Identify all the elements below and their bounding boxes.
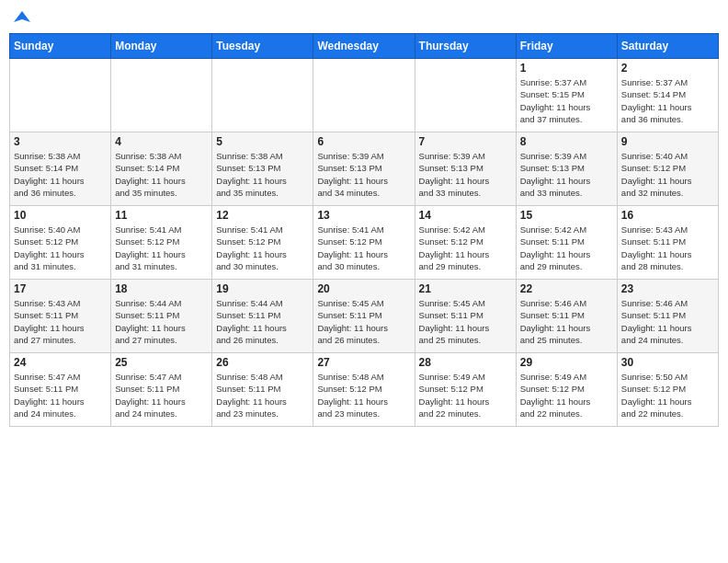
calendar-cell: 5Sunrise: 5:38 AM Sunset: 5:13 PM Daylig… [212,132,313,206]
day-info: Sunrise: 5:50 AM Sunset: 5:12 PM Dayligh… [621,371,714,419]
day-number: 29 [520,356,613,369]
day-info: Sunrise: 5:40 AM Sunset: 5:12 PM Dayligh… [621,150,714,199]
calendar-cell: 14Sunrise: 5:42 AM Sunset: 5:12 PM Dayli… [415,206,516,280]
calendar-cell: 12Sunrise: 5:41 AM Sunset: 5:12 PM Dayli… [212,206,313,280]
day-info: Sunrise: 5:48 AM Sunset: 5:12 PM Dayligh… [317,371,410,419]
day-number: 27 [317,356,410,369]
calendar-cell: 10Sunrise: 5:40 AM Sunset: 5:12 PM Dayli… [10,206,111,280]
calendar-cell: 26Sunrise: 5:48 AM Sunset: 5:11 PM Dayli… [212,353,313,427]
weekday-header-sunday: Sunday [10,34,111,59]
day-info: Sunrise: 5:42 AM Sunset: 5:11 PM Dayligh… [520,224,613,272]
day-number: 9 [621,135,714,148]
calendar-table: SundayMondayTuesdayWednesdayThursdayFrid… [9,33,719,427]
day-number: 28 [419,356,512,369]
weekday-header-saturday: Saturday [617,34,718,59]
day-info: Sunrise: 5:48 AM Sunset: 5:11 PM Dayligh… [216,371,309,419]
calendar-cell: 18Sunrise: 5:44 AM Sunset: 5:11 PM Dayli… [111,280,212,353]
day-number: 25 [115,356,208,369]
calendar-cell: 16Sunrise: 5:43 AM Sunset: 5:11 PM Dayli… [617,206,718,280]
day-number: 8 [520,135,613,148]
page-header [9,9,719,26]
svg-marker-0 [14,11,30,22]
day-number: 16 [621,209,714,222]
day-info: Sunrise: 5:49 AM Sunset: 5:12 PM Dayligh… [419,371,512,419]
calendar-cell: 11Sunrise: 5:41 AM Sunset: 5:12 PM Dayli… [111,206,212,280]
logo [13,9,30,26]
day-info: Sunrise: 5:44 AM Sunset: 5:11 PM Dayligh… [115,297,208,346]
day-info: Sunrise: 5:43 AM Sunset: 5:11 PM Dayligh… [14,297,107,346]
day-number: 6 [317,135,410,148]
weekday-header-wednesday: Wednesday [313,34,415,59]
day-info: Sunrise: 5:38 AM Sunset: 5:14 PM Dayligh… [115,150,208,199]
calendar-cell: 2Sunrise: 5:37 AM Sunset: 5:14 PM Daylig… [617,59,718,132]
calendar-cell: 24Sunrise: 5:47 AM Sunset: 5:11 PM Dayli… [10,353,111,427]
day-number: 24 [14,356,107,369]
calendar-cell: 7Sunrise: 5:39 AM Sunset: 5:13 PM Daylig… [415,132,516,206]
day-info: Sunrise: 5:47 AM Sunset: 5:11 PM Dayligh… [115,371,208,419]
day-number: 22 [520,282,613,295]
calendar-cell: 23Sunrise: 5:46 AM Sunset: 5:11 PM Dayli… [617,280,718,353]
calendar-cell: 28Sunrise: 5:49 AM Sunset: 5:12 PM Dayli… [415,353,516,427]
calendar-cell: 27Sunrise: 5:48 AM Sunset: 5:12 PM Dayli… [313,353,415,427]
day-number: 17 [14,282,107,295]
day-number: 23 [621,282,714,295]
calendar-cell: 19Sunrise: 5:44 AM Sunset: 5:11 PM Dayli… [212,280,313,353]
day-info: Sunrise: 5:46 AM Sunset: 5:11 PM Dayligh… [621,297,714,346]
calendar-cell: 9Sunrise: 5:40 AM Sunset: 5:12 PM Daylig… [617,132,718,206]
day-number: 15 [520,209,613,222]
calendar-cell [415,59,516,132]
calendar-week-row: 10Sunrise: 5:40 AM Sunset: 5:12 PM Dayli… [10,206,719,280]
day-number: 18 [115,282,208,295]
day-info: Sunrise: 5:38 AM Sunset: 5:14 PM Dayligh… [14,150,107,199]
day-number: 3 [14,135,107,148]
day-info: Sunrise: 5:39 AM Sunset: 5:13 PM Dayligh… [419,150,512,199]
calendar-week-row: 3Sunrise: 5:38 AM Sunset: 5:14 PM Daylig… [10,132,719,206]
calendar-cell: 25Sunrise: 5:47 AM Sunset: 5:11 PM Dayli… [111,353,212,427]
calendar-cell: 6Sunrise: 5:39 AM Sunset: 5:13 PM Daylig… [313,132,415,206]
day-number: 5 [216,135,309,148]
day-number: 12 [216,209,309,222]
day-number: 2 [621,62,714,75]
calendar-cell [10,59,111,132]
calendar-cell: 17Sunrise: 5:43 AM Sunset: 5:11 PM Dayli… [10,280,111,353]
calendar-cell [212,59,313,132]
calendar-cell: 3Sunrise: 5:38 AM Sunset: 5:14 PM Daylig… [10,132,111,206]
calendar-cell: 22Sunrise: 5:46 AM Sunset: 5:11 PM Dayli… [516,280,617,353]
day-number: 26 [216,356,309,369]
calendar-cell: 21Sunrise: 5:45 AM Sunset: 5:11 PM Dayli… [415,280,516,353]
calendar-cell [111,59,212,132]
weekday-header-row: SundayMondayTuesdayWednesdayThursdayFrid… [10,34,719,59]
calendar-week-row: 1Sunrise: 5:37 AM Sunset: 5:15 PM Daylig… [10,59,719,132]
day-info: Sunrise: 5:39 AM Sunset: 5:13 PM Dayligh… [317,150,410,199]
weekday-header-tuesday: Tuesday [212,34,313,59]
day-info: Sunrise: 5:44 AM Sunset: 5:11 PM Dayligh… [216,297,309,346]
weekday-header-thursday: Thursday [415,34,516,59]
day-info: Sunrise: 5:41 AM Sunset: 5:12 PM Dayligh… [115,224,208,272]
weekday-header-friday: Friday [516,34,617,59]
day-info: Sunrise: 5:37 AM Sunset: 5:14 PM Dayligh… [621,76,714,125]
calendar-week-row: 24Sunrise: 5:47 AM Sunset: 5:11 PM Dayli… [10,353,719,427]
day-info: Sunrise: 5:45 AM Sunset: 5:11 PM Dayligh… [419,297,512,346]
calendar-cell: 4Sunrise: 5:38 AM Sunset: 5:14 PM Daylig… [111,132,212,206]
logo-bird-icon [14,9,30,26]
weekday-header-monday: Monday [111,34,212,59]
calendar-week-row: 17Sunrise: 5:43 AM Sunset: 5:11 PM Dayli… [10,280,719,353]
day-info: Sunrise: 5:41 AM Sunset: 5:12 PM Dayligh… [317,224,410,272]
day-info: Sunrise: 5:43 AM Sunset: 5:11 PM Dayligh… [621,224,714,272]
day-info: Sunrise: 5:38 AM Sunset: 5:13 PM Dayligh… [216,150,309,199]
day-number: 7 [419,135,512,148]
day-number: 19 [216,282,309,295]
day-info: Sunrise: 5:41 AM Sunset: 5:12 PM Dayligh… [216,224,309,272]
day-number: 4 [115,135,208,148]
day-number: 11 [115,209,208,222]
day-info: Sunrise: 5:45 AM Sunset: 5:11 PM Dayligh… [317,297,410,346]
day-info: Sunrise: 5:49 AM Sunset: 5:12 PM Dayligh… [520,371,613,419]
day-number: 1 [520,62,613,75]
calendar-cell: 8Sunrise: 5:39 AM Sunset: 5:13 PM Daylig… [516,132,617,206]
day-number: 14 [419,209,512,222]
day-number: 10 [14,209,107,222]
calendar-cell: 13Sunrise: 5:41 AM Sunset: 5:12 PM Dayli… [313,206,415,280]
calendar-cell: 20Sunrise: 5:45 AM Sunset: 5:11 PM Dayli… [313,280,415,353]
day-info: Sunrise: 5:42 AM Sunset: 5:12 PM Dayligh… [419,224,512,272]
day-info: Sunrise: 5:46 AM Sunset: 5:11 PM Dayligh… [520,297,613,346]
